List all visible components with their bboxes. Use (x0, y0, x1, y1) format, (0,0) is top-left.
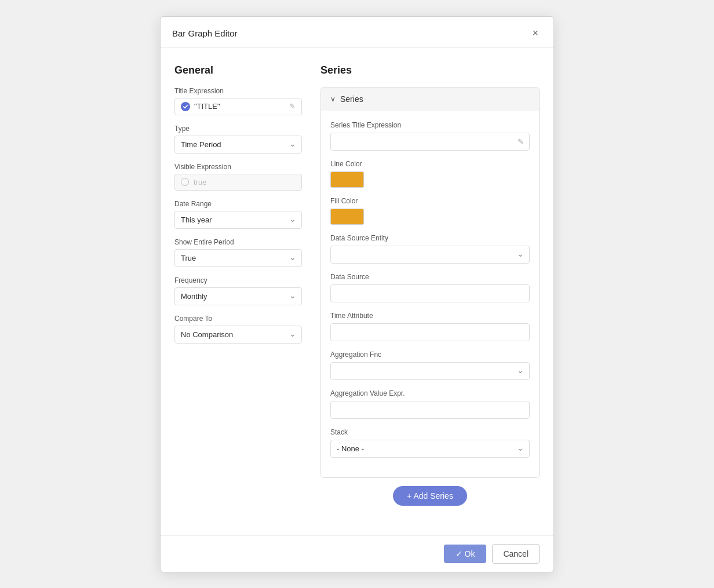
compare-to-group: Compare To No Comparison Previous Period… (174, 315, 302, 344)
series-title-input-wrapper: ✎ (330, 133, 530, 151)
series-body: Series Title Expression ✎ Line Color Fil (321, 111, 539, 477)
dialog-body: General Title Expression "TITLE" ✎ Type (161, 48, 553, 535)
frequency-label: Frequency (174, 276, 302, 284)
show-entire-period-select-wrapper: True False (174, 249, 302, 267)
visible-placeholder: true (194, 178, 206, 187)
fill-color-label: Fill Color (330, 197, 530, 205)
aggregation-value-expr-input[interactable] (330, 401, 530, 419)
series-panel: Series ∨ Series Series Title Expression … (320, 64, 540, 526)
compare-to-select-wrapper: No Comparison Previous Period Previous Y… (174, 326, 302, 344)
general-panel: General Title Expression "TITLE" ✎ Type (174, 64, 302, 526)
title-expression-value: "TITLE" (194, 102, 289, 111)
stack-group: Stack - None - Stack 1 Stack 2 (330, 428, 530, 458)
ok-button[interactable]: ✓ Ok (444, 545, 487, 563)
visible-expression-input[interactable]: true (174, 174, 302, 191)
series-header[interactable]: ∨ Series (321, 87, 539, 111)
aggregation-fnc-select[interactable] (330, 362, 530, 380)
frequency-select-wrapper: Monthly Weekly Daily Yearly (174, 287, 302, 305)
frequency-select[interactable]: Monthly Weekly Daily Yearly (174, 287, 302, 305)
time-attribute-label: Time Attribute (330, 312, 530, 320)
visible-expression-group: Visible Expression true (174, 163, 302, 191)
general-section-title: General (174, 64, 302, 76)
aggregation-value-expr-label: Aggregation Value Expr. (330, 389, 530, 397)
data-source-entity-select[interactable] (330, 246, 530, 264)
series-panel-title: Series (340, 94, 363, 104)
line-color-group: Line Color (330, 160, 530, 188)
aggregation-fnc-group: Aggregation Fnc (330, 350, 530, 380)
dialog-title: Bar Graph Editor (172, 28, 238, 38)
fill-color-swatch[interactable] (330, 209, 364, 225)
title-check-icon (181, 102, 190, 111)
title-expression-group: Title Expression "TITLE" ✎ (174, 87, 302, 115)
stack-label: Stack (330, 428, 530, 436)
date-range-group: Date Range This year Last year This mont… (174, 200, 302, 229)
series-title-expression-input[interactable] (330, 133, 530, 151)
add-series-button[interactable]: + Add Series (393, 486, 467, 506)
title-edit-icon[interactable]: ✎ (289, 102, 296, 111)
time-attribute-group: Time Attribute (330, 312, 530, 341)
series-container: ∨ Series Series Title Expression ✎ (320, 87, 540, 478)
show-entire-period-select[interactable]: True False (174, 249, 302, 267)
chevron-down-icon: ∨ (330, 95, 336, 103)
data-source-group: Data Source (330, 273, 530, 302)
aggregation-fnc-label: Aggregation Fnc (330, 350, 530, 359)
series-title-expression-group: Series Title Expression ✎ (330, 121, 530, 151)
dialog-header: Bar Graph Editor × (161, 17, 553, 48)
data-source-entity-select-wrapper (330, 246, 530, 264)
compare-to-select[interactable]: No Comparison Previous Period Previous Y… (174, 326, 302, 344)
data-source-label: Data Source (330, 273, 530, 281)
type-select[interactable]: Time Period Category Value (174, 136, 302, 154)
aggregation-fnc-select-wrapper (330, 362, 530, 380)
type-group: Type Time Period Category Value (174, 125, 302, 154)
cancel-button[interactable]: Cancel (492, 544, 540, 564)
stack-select[interactable]: - None - Stack 1 Stack 2 (330, 440, 530, 458)
radio-empty-icon (181, 178, 189, 186)
data-source-entity-label: Data Source Entity (330, 234, 530, 242)
aggregation-value-expr-group: Aggregation Value Expr. (330, 389, 530, 419)
series-title-edit-icon[interactable]: ✎ (518, 137, 524, 146)
time-attribute-input[interactable] (330, 323, 530, 341)
stack-select-wrapper: - None - Stack 1 Stack 2 (330, 440, 530, 458)
type-select-wrapper: Time Period Category Value (174, 136, 302, 154)
date-range-select-wrapper: This year Last year This month Last mont… (174, 211, 302, 229)
close-button[interactable]: × (529, 26, 542, 41)
show-entire-period-label: Show Entire Period (174, 238, 302, 246)
data-source-entity-group: Data Source Entity (330, 234, 530, 264)
frequency-group: Frequency Monthly Weekly Daily Yearly (174, 276, 302, 305)
series-title-expression-label: Series Title Expression (330, 121, 530, 129)
show-entire-period-group: Show Entire Period True False (174, 238, 302, 267)
add-series-wrapper: + Add Series (320, 486, 540, 506)
data-source-input[interactable] (330, 284, 530, 302)
title-expression-input-wrapper[interactable]: "TITLE" ✎ (174, 98, 302, 115)
visible-expression-label: Visible Expression (174, 163, 302, 171)
dialog-footer: ✓ Ok Cancel (161, 535, 553, 572)
line-color-swatch[interactable] (330, 171, 364, 188)
date-range-label: Date Range (174, 200, 302, 208)
date-range-select[interactable]: This year Last year This month Last mont… (174, 211, 302, 229)
line-color-label: Line Color (330, 160, 530, 168)
series-section-title: Series (320, 64, 540, 76)
compare-to-label: Compare To (174, 315, 302, 323)
fill-color-group: Fill Color (330, 197, 530, 225)
title-expression-label: Title Expression (174, 87, 302, 95)
type-label: Type (174, 125, 302, 133)
bar-graph-editor-dialog: Bar Graph Editor × General Title Express… (160, 16, 554, 572)
